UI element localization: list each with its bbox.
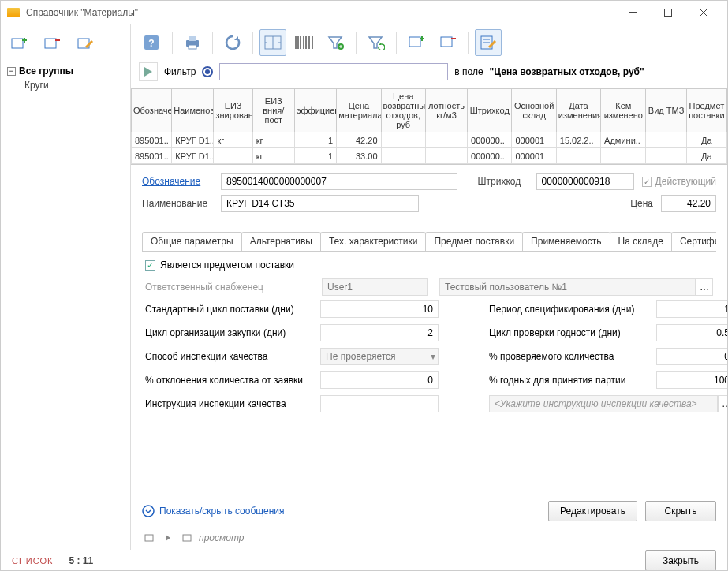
lbl-shelf: Цикл проверки годности (дни)	[489, 327, 647, 338]
record-count: 5 : 11	[69, 555, 93, 566]
col-h[interactable]: Наименование	[172, 89, 214, 132]
nav-next-icon[interactable]	[161, 531, 175, 545]
price-input[interactable]	[661, 195, 716, 212]
svg-rect-1	[664, 9, 671, 16]
table-row[interactable]: 895001..КРУГ D1.. кг 133.00 000000..0000…	[132, 148, 727, 164]
barcode-icon[interactable]	[291, 29, 318, 56]
shelf-input[interactable]	[656, 324, 727, 341]
detail-header: Обозначение Штрихкод ✓ Действующий Наиме…	[131, 165, 727, 225]
toggle-messages-link[interactable]: Показать/скрыть сообщения	[142, 505, 285, 517]
content-pane: ? Фильтр в поле "Цена возвратных отходов	[131, 24, 727, 550]
barcode-input[interactable]	[536, 173, 634, 190]
lbl-org: Цикл организации закупки (дни)	[145, 327, 311, 338]
lbl-responsible: Ответственный снабженец	[145, 282, 311, 293]
tab-tech[interactable]: Тех. характеристики	[320, 232, 427, 252]
col-h[interactable]: ЕИЗ знирован	[214, 89, 252, 132]
insp-select[interactable]	[320, 348, 439, 365]
svg-rect-26	[145, 535, 153, 541]
tab-alternatives[interactable]: Альтернативы	[241, 232, 321, 252]
col-h[interactable]: Дата изменения	[556, 89, 600, 132]
close-bottom-button[interactable]: Закрыть	[645, 550, 716, 571]
obj-input[interactable]	[221, 173, 457, 190]
org-input[interactable]	[320, 324, 439, 341]
app-icon	[7, 8, 20, 17]
filter-add-icon[interactable]	[323, 29, 349, 56]
filter-row: Фильтр в поле "Цена возвратных отходов, …	[131, 59, 727, 88]
edit-button[interactable]: Редактировать	[548, 501, 637, 521]
col-h[interactable]: Вид ТМЗ	[646, 89, 686, 132]
col-h[interactable]: Предмет поставки	[686, 89, 726, 132]
record-nav: просмотр	[131, 529, 727, 550]
col-h[interactable]: Цена возвратных отходов, руб	[381, 89, 425, 132]
lbl-barcode: Штрихкод	[478, 176, 528, 187]
filter-input[interactable]	[219, 63, 448, 80]
name-input[interactable]	[221, 195, 419, 212]
nav-first-icon[interactable]	[142, 531, 156, 545]
dev-input[interactable]	[320, 371, 439, 389]
lbl-pct: % проверяемого количества	[489, 351, 647, 362]
edit-node-icon[interactable]	[75, 34, 95, 54]
is-supply-checkbox[interactable]: ✓ Является предметом поставки	[145, 259, 713, 271]
resp-full-input[interactable]	[439, 278, 696, 296]
help-icon[interactable]: ?	[139, 29, 166, 56]
svg-rect-3	[45, 39, 56, 48]
nav-last-icon[interactable]	[180, 531, 194, 545]
filter-mode-radio[interactable]	[202, 66, 213, 77]
col-h[interactable]: ЕИЗ вния/пост	[252, 89, 294, 132]
tab-certs[interactable]: Сертификаты качества	[671, 232, 716, 252]
col-h[interactable]: лотность кг/м3	[425, 89, 467, 132]
collapse-icon[interactable]: −	[7, 67, 16, 76]
refresh-icon[interactable]	[219, 29, 246, 56]
browse-button[interactable]: …	[696, 278, 713, 296]
print-icon[interactable]	[179, 29, 206, 56]
titlebar: Справочник "Материалы"	[1, 1, 727, 24]
table-row[interactable]: 895001..КРУГ D1.. кгкг 142.20 000000..00…	[132, 132, 727, 148]
svg-rect-2	[12, 39, 23, 48]
col-h[interactable]: Цена материала	[337, 89, 381, 132]
active-checkbox[interactable]: ✓ Действующий	[642, 176, 716, 187]
remove-node-icon[interactable]	[42, 34, 62, 54]
close-button[interactable]	[685, 2, 721, 24]
good-input[interactable]	[656, 371, 727, 389]
tree-pane: − Все группы Круги	[1, 24, 131, 550]
col-h[interactable]: эффициен	[294, 89, 336, 132]
chevron-circle-icon	[142, 505, 155, 517]
form-edit-icon[interactable]	[475, 29, 502, 56]
tab-stock[interactable]: На складе	[610, 232, 672, 252]
svg-rect-9	[189, 45, 196, 49]
resp-user-input[interactable]	[322, 278, 428, 296]
pct-input[interactable]	[656, 348, 727, 365]
instr-code-input[interactable]	[320, 395, 439, 412]
svg-rect-21	[441, 37, 452, 47]
bottom-actions: Показать/скрыть сообщения Редактировать …	[131, 496, 727, 529]
view-mode-label: просмотр	[199, 532, 244, 543]
tab-usage[interactable]: Применяемость	[522, 232, 610, 252]
col-h[interactable]: Основной склад	[512, 89, 556, 132]
cycle-input[interactable]	[320, 300, 439, 318]
browse-instr-button[interactable]: …	[718, 395, 727, 412]
grid[interactable]: Обозначение Наименование ЕИЗ знирован ЕИ…	[131, 88, 727, 165]
tree-root[interactable]: − Все группы	[4, 64, 127, 78]
lbl-obj-link[interactable]: Обозначение	[142, 176, 213, 187]
add-record-icon[interactable]	[403, 29, 430, 56]
tree-child[interactable]: Круги	[4, 78, 127, 92]
run-filter-button[interactable]	[139, 62, 158, 81]
tab-general[interactable]: Общие параметры	[142, 232, 242, 252]
col-h[interactable]: Кем изменено	[601, 89, 646, 132]
hide-button[interactable]: Скрыть	[645, 501, 716, 521]
remove-record-icon[interactable]	[435, 29, 461, 56]
instr-text-input[interactable]	[489, 395, 718, 412]
columns-icon[interactable]	[259, 29, 286, 56]
lbl-spec: Период спецификирования (дни)	[489, 304, 647, 315]
tab-supply[interactable]: Предмет поставки	[425, 232, 523, 252]
svg-rect-0	[629, 12, 637, 13]
tree-toolbar	[4, 28, 127, 62]
maximize-button[interactable]	[650, 2, 685, 24]
add-node-icon[interactable]	[9, 34, 29, 54]
main-toolbar: ?	[131, 24, 727, 59]
col-h[interactable]: Штрихкод	[468, 89, 512, 132]
filter-refresh-icon[interactable]	[363, 29, 390, 56]
spec-input[interactable]	[656, 300, 727, 318]
minimize-button[interactable]	[614, 2, 650, 24]
col-h[interactable]: Обозначение	[132, 89, 172, 132]
